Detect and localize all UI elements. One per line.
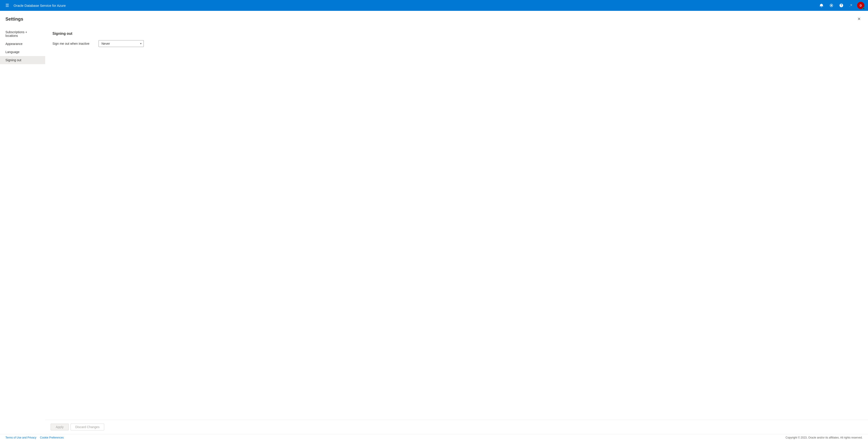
main-content: Settings ✕ Subscriptions + locations App… — [0, 11, 868, 434]
sign-out-dropdown[interactable]: Never After 15 minutes After 30 minutes … — [98, 40, 144, 47]
sidebar-item-signing-out[interactable]: Signing out — [0, 56, 45, 64]
cookie-preferences-link[interactable]: Cookie Preferences — [40, 436, 64, 439]
hamburger-button[interactable]: ☰ — [4, 2, 11, 9]
content-area: Signing out Sign me out when inactive Ne… — [45, 26, 868, 420]
settings-panel: Settings ✕ Subscriptions + locations App… — [0, 11, 868, 434]
sidebar-nav: Subscriptions + locations Appearance Lan… — [0, 26, 45, 420]
sidebar-item-language[interactable]: Language — [0, 48, 45, 56]
avatar-label: D — [860, 4, 862, 7]
settings-footer: Apply Discard Changes — [45, 420, 868, 434]
discard-changes-button[interactable]: Discard Changes — [70, 423, 104, 430]
sidebar-item-subscriptions-locations[interactable]: Subscriptions + locations — [0, 28, 45, 40]
notification-icon-button[interactable] — [817, 1, 826, 9]
settings-icon-button[interactable] — [827, 1, 835, 9]
sidebar-item-appearance[interactable]: Appearance — [0, 40, 45, 48]
avatar-status-badge — [863, 7, 865, 9]
topbar-icons: D — [817, 1, 864, 9]
sign-out-label: Sign me out when inactive — [53, 42, 93, 45]
settings-header: Settings ✕ — [0, 11, 868, 26]
sign-out-form-row: Sign me out when inactive Never After 15… — [53, 40, 861, 47]
feedback-icon-button[interactable] — [847, 1, 855, 9]
help-icon-button[interactable] — [837, 1, 845, 9]
topbar: ☰ Oracle Database Service for Azure D — [0, 0, 868, 11]
user-avatar-button[interactable]: D — [857, 2, 864, 9]
bottom-bar: Terms of Use and Privacy Cookie Preferen… — [0, 434, 868, 441]
settings-body: Subscriptions + locations Appearance Lan… — [0, 26, 868, 420]
apply-button[interactable]: Apply — [51, 423, 69, 430]
copyright-text: Copyright © 2023, Oracle and/or its affi… — [785, 436, 863, 439]
app-title: Oracle Database Service for Azure — [13, 4, 815, 7]
sign-out-dropdown-wrapper: Never After 15 minutes After 30 minutes … — [98, 40, 144, 47]
close-button[interactable]: ✕ — [855, 15, 863, 23]
settings-title: Settings — [5, 17, 23, 22]
section-title: Signing out — [53, 32, 861, 36]
terms-link[interactable]: Terms of Use and Privacy — [5, 436, 36, 439]
